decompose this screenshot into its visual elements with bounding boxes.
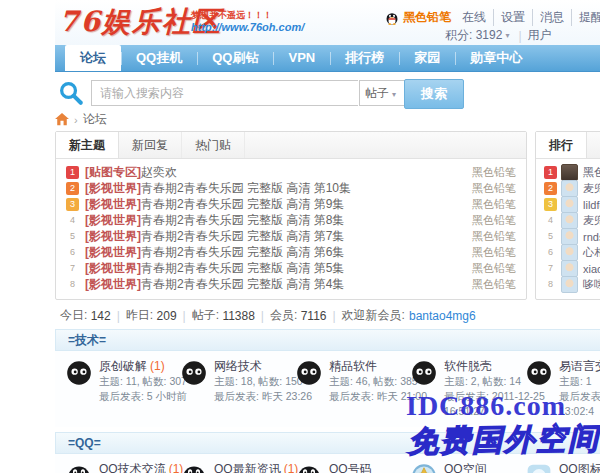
thread-row[interactable]: 1 [贴图专区]赵奕欢 黑色铅笔 [66, 165, 516, 180]
member-row[interactable]: 3 lildfgs [544, 197, 600, 212]
member-row[interactable]: 6 心相苦则不变 [544, 245, 600, 260]
qq-penguin-icon[interactable] [180, 462, 208, 473]
thread-row[interactable]: 7 [影视世界]青春期2青春失乐园 完整版 高清 第5集 黑色铅笔 [66, 261, 516, 276]
member-row[interactable]: 1 黑色铅笔 [544, 165, 600, 180]
forum-block[interactable]: 精品软件 主题: 46, 帖数: 385 最后发表: 昨天 21:00 [295, 359, 410, 419]
thread-author[interactable]: 黑色铅笔 [472, 213, 516, 228]
welcome-user-link[interactable]: bantao4mg6 [409, 309, 476, 323]
avatar[interactable] [561, 212, 578, 229]
thread-title[interactable]: 青春期2青春失乐园 完整版 高清 第10集 [141, 181, 351, 195]
thread-title[interactable]: 赵奕欢 [141, 165, 177, 179]
tab-new-members[interactable]: 新会员 [587, 132, 600, 158]
current-username[interactable]: 黑色铅笔 [403, 9, 451, 26]
qq-square-icon[interactable] [525, 462, 553, 473]
forum-link[interactable]: 精品软件 [329, 359, 377, 373]
avatar[interactable] [561, 180, 578, 197]
thread-row[interactable]: 5 [影视世界]青春期2青春失乐园 完整版 高清 第7集 黑色铅笔 [66, 229, 516, 244]
member-row[interactable]: 5 rndsq [544, 229, 600, 244]
forum-block[interactable]: QQ技术交流(1) 主题: 183, 帖数: 1462 最后发表: 5 小时前 [65, 462, 180, 473]
forum-link[interactable]: QQ技术交流 [99, 462, 166, 473]
member-name[interactable]: xiaoxing123 [583, 263, 600, 275]
forum-block[interactable]: QQ号码 主题: 11, 帖数: 134 最后发表: 昨天 11:05 [295, 462, 410, 473]
chevron-down-icon[interactable]: ▾ [505, 31, 509, 40]
thread-title[interactable]: 青春期2青春失乐园 完整版 高清 第6集 [141, 245, 344, 259]
thread-author[interactable]: 黑色铅笔 [472, 245, 516, 260]
tab-hot-posts[interactable]: 热门贴 [182, 132, 245, 158]
thread-title[interactable]: 青春期2青春失乐园 完整版 高清 第7集 [141, 229, 344, 243]
thread-author[interactable]: 黑色铅笔 [472, 197, 516, 212]
forum-link[interactable]: QQ空间 [444, 462, 487, 473]
user-more-link[interactable]: 用户 [528, 27, 552, 44]
tab-new-threads[interactable]: 新主题 [56, 132, 119, 158]
avatar[interactable] [561, 244, 578, 261]
member-name[interactable]: 麦兜、_A姐 [583, 213, 600, 228]
avatar[interactable] [561, 228, 578, 245]
forum-link[interactable]: QQ最新资讯 [214, 462, 281, 473]
thread-category[interactable]: [影视世界] [85, 229, 141, 243]
thread-author[interactable]: 黑色铅笔 [472, 277, 516, 292]
black-ball-icon[interactable] [65, 359, 93, 387]
thread-link[interactable]: [贴图专区]赵奕欢 [85, 164, 472, 181]
thread-row[interactable]: 6 [影视世界]青春期2青春失乐园 完整版 高清 第6集 黑色铅笔 [66, 245, 516, 260]
forum-link[interactable]: 易语言交流 [559, 359, 600, 373]
nav-tab-forum[interactable]: 论坛 [65, 45, 121, 71]
member-name[interactable]: lildfgs [583, 199, 600, 211]
menu-item-online[interactable]: 在线 [455, 9, 493, 26]
search-button[interactable]: 搜索 [404, 79, 464, 109]
menu-item-notices[interactable]: 提醒 [571, 9, 600, 26]
thread-category[interactable]: [影视世界] [85, 181, 141, 195]
section-header-tech[interactable]: =技术= [55, 329, 600, 351]
thread-title[interactable]: 青春期2青春失乐园 完整版 高清 第5集 [141, 261, 344, 275]
forum-lastpost[interactable]: 最后发表: 昨天 21:00 [329, 389, 410, 404]
avatar[interactable] [561, 196, 578, 213]
site-url[interactable]: http://www.76oh.com/ [191, 21, 304, 33]
thread-title[interactable]: 青春期2青春失乐园 完整版 高清 第9集 [141, 197, 344, 211]
nav-tab-medals[interactable]: 勋章中心 [455, 45, 537, 71]
member-name[interactable]: 哆嗦星 [583, 277, 600, 292]
breadcrumb-forum[interactable]: 论坛 [83, 111, 107, 128]
black-ball-icon[interactable] [410, 359, 438, 387]
member-name[interactable]: 心相苦则不变 [583, 245, 600, 260]
avatar[interactable] [561, 164, 578, 181]
thread-category[interactable]: [影视世界] [85, 245, 141, 259]
nav-tab-qq-hangup[interactable]: QQ挂机 [121, 45, 197, 71]
avatar[interactable] [561, 260, 578, 277]
forum-block[interactable]: QQ空间 主题: 1 最后发表: 昨天 [410, 462, 525, 473]
forum-link[interactable]: 原创破解 [99, 359, 147, 373]
thread-row[interactable]: 3 [影视世界]青春期2青春失乐园 完整版 高清 第9集 黑色铅笔 [66, 197, 516, 212]
thread-link[interactable]: [影视世界]青春期2青春失乐园 完整版 高清 第8集 [85, 212, 472, 229]
member-row[interactable]: 4 麦兜、_A姐 [544, 213, 600, 228]
forum-link[interactable]: 网络技术 [214, 359, 262, 373]
nav-tab-qq-diamond[interactable]: QQ刷钻 [197, 45, 273, 71]
nav-tab-home[interactable]: 家园 [399, 45, 455, 71]
member-row[interactable]: 7 xiaoxing123 [544, 261, 600, 276]
menu-item-messages[interactable]: 消息 [532, 9, 571, 26]
thread-link[interactable]: [影视世界]青春期2青春失乐园 完整版 高清 第5集 [85, 260, 472, 277]
forum-block[interactable]: QQ最新资讯(1) 主题: 43, 帖数: 200 最后发表: 5 小时前 [180, 462, 295, 473]
black-ball-icon[interactable] [525, 359, 553, 387]
search-input[interactable] [91, 80, 358, 106]
thread-category[interactable]: [贴图专区] [85, 165, 141, 179]
forum-block[interactable]: QQ图标 主题: 4 最后发表: 22:38:0 [525, 462, 600, 473]
member-name[interactable]: rndsq [583, 231, 600, 243]
forum-link[interactable]: QQ号码 [329, 462, 372, 473]
thread-link[interactable]: [影视世界]青春期2青春失乐园 完整版 高清 第6集 [85, 244, 472, 261]
tab-ranking[interactable]: 排行 [536, 132, 587, 158]
thread-category[interactable]: [影视世界] [85, 197, 141, 211]
thread-link[interactable]: [影视世界]青春期2青春失乐园 完整版 高清 第7集 [85, 228, 472, 245]
thread-row[interactable]: 8 [影视世界]青春期2青春失乐园 完整版 高清 第4集 黑色铅笔 [66, 277, 516, 292]
search-type-select[interactable]: 帖子▾ [359, 80, 405, 106]
thread-title[interactable]: 青春期2青春失乐园 完整版 高清 第8集 [141, 213, 344, 227]
forum-link[interactable]: QQ图标 [559, 462, 600, 473]
qq-penguin-icon[interactable] [65, 462, 93, 473]
thread-link[interactable]: [影视世界]青春期2青春失乐园 完整版 高清 第10集 [85, 180, 472, 197]
nav-tab-vpn[interactable]: VPN [273, 45, 330, 71]
thread-author[interactable]: 黑色铅笔 [472, 181, 516, 196]
thread-category[interactable]: [影视世界] [85, 213, 141, 227]
avatar[interactable] [561, 276, 578, 293]
black-ball-icon[interactable] [295, 359, 323, 387]
credit-value[interactable]: 积分: 3192 [445, 27, 502, 44]
thread-author[interactable]: 黑色铅笔 [472, 165, 516, 180]
thread-title[interactable]: 青春期2青春失乐园 完整版 高清 第4集 [141, 277, 344, 291]
forum-block[interactable]: 原创破解(1) 主题: 11, 帖数: 307 最后发表: 5 小时前 [65, 359, 180, 419]
